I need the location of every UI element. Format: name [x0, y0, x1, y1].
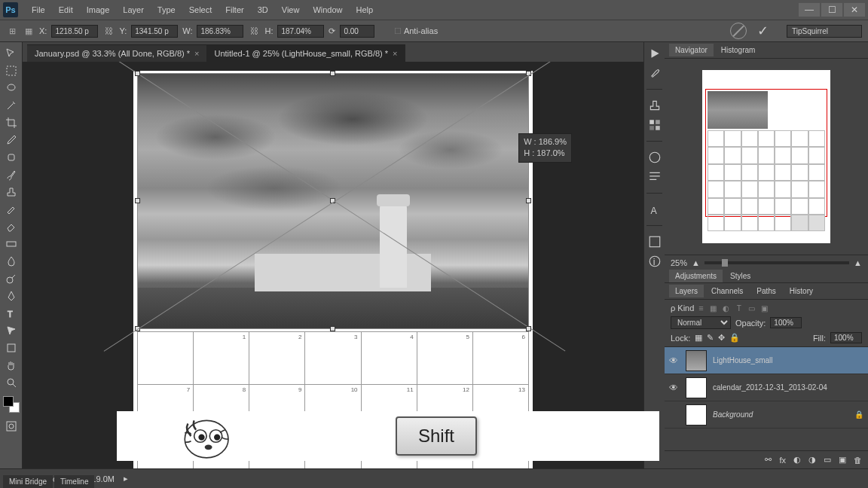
tab-layers[interactable]: Layers: [669, 285, 704, 297]
layer-thumbnail[interactable]: [686, 404, 707, 425]
menu-view[interactable]: View: [276, 2, 306, 17]
tab-adjustments[interactable]: Adjustments: [669, 270, 723, 282]
commit-transform-icon[interactable]: ✓: [757, 23, 769, 39]
new-layer-icon[interactable]: ▣: [839, 455, 846, 465]
menu-3d[interactable]: 3D: [252, 2, 274, 17]
visibility-icon[interactable]: 👁: [669, 383, 680, 393]
dodge-tool[interactable]: [2, 270, 21, 287]
swatches-icon[interactable]: [648, 118, 662, 132]
new-group-icon[interactable]: ▭: [824, 455, 831, 465]
canvas-viewport[interactable]: 1 2 3 4 5 6 7 8 9 10 11 12 13: [23, 62, 643, 468]
tab-timeline[interactable]: Timeline: [54, 475, 94, 488]
foreground-color[interactable]: [3, 396, 14, 407]
navigator-panel[interactable]: [665, 59, 868, 255]
w-input[interactable]: [197, 25, 243, 38]
brush-tool[interactable]: [2, 166, 21, 183]
layer-name[interactable]: calendar_2012-12-31_2013-02-04: [713, 383, 863, 392]
info-icon[interactable]: i: [648, 255, 662, 268]
eyedropper-tool[interactable]: [2, 132, 21, 148]
lock-all-icon[interactable]: 🔒: [729, 333, 740, 343]
layer-thumbnail[interactable]: [686, 377, 707, 398]
fill-input[interactable]: [830, 332, 862, 343]
history-brush-tool[interactable]: [2, 201, 21, 218]
link-xy-icon[interactable]: ⛓: [102, 25, 115, 37]
character-icon[interactable]: A: [648, 203, 662, 216]
clone-source-icon[interactable]: [648, 99, 662, 112]
tab-styles[interactable]: Styles: [724, 270, 756, 282]
new-fill-icon[interactable]: ◑: [808, 455, 816, 465]
tab-mini-bridge[interactable]: Mini Bridge: [3, 475, 53, 488]
color-icon[interactable]: [648, 151, 662, 164]
reference-point-icon[interactable]: ▦: [23, 25, 35, 37]
paragraph-icon[interactable]: [648, 170, 662, 184]
layer-fx-icon[interactable]: fx: [779, 456, 786, 465]
blur-tool[interactable]: [2, 253, 21, 270]
crop-tool[interactable]: [2, 114, 21, 131]
layer-name[interactable]: Background: [713, 410, 848, 419]
layer-name[interactable]: LightHouse_small: [713, 356, 863, 364]
status-arrow-icon[interactable]: ▸: [124, 474, 128, 483]
properties-icon[interactable]: [648, 235, 662, 249]
document-canvas[interactable]: 1 2 3 4 5 6 7 8 9 10 11 12 13: [133, 71, 533, 468]
lock-pixels-icon[interactable]: ✎: [707, 333, 714, 343]
layer-thumbnail[interactable]: [686, 350, 707, 371]
layer-filter-kind[interactable]: ρ Kind: [671, 303, 694, 313]
layer-item[interactable]: Background 🔒: [665, 401, 868, 429]
close-button[interactable]: ✕: [844, 3, 865, 17]
stamp-tool[interactable]: [2, 184, 21, 200]
x-input[interactable]: [51, 25, 98, 38]
menu-file[interactable]: File: [26, 2, 51, 17]
marquee-tool[interactable]: [2, 63, 21, 79]
cancel-transform-icon[interactable]: [730, 23, 747, 39]
layer-filter-icons[interactable]: ▦ ◐ T ▭ ▣: [708, 303, 770, 313]
filter-type-icon[interactable]: T: [734, 303, 744, 313]
menu-layer[interactable]: Layer: [117, 2, 150, 17]
y-input[interactable]: [131, 25, 178, 38]
lasso-tool[interactable]: [2, 80, 21, 96]
document-tab-1[interactable]: January.psd @ 33.3% (All Done, RGB/8) *×: [27, 44, 206, 62]
layer-item[interactable]: 👁 calendar_2012-12-31_2013-02-04: [665, 374, 868, 401]
gradient-tool[interactable]: [2, 236, 21, 252]
navigator-thumbnail[interactable]: [702, 70, 830, 243]
play-icon[interactable]: [648, 47, 662, 60]
menu-edit[interactable]: Edit: [53, 2, 79, 17]
lock-transparency-icon[interactable]: ▦: [695, 333, 702, 343]
color-swatches[interactable]: [3, 396, 20, 413]
angle-input[interactable]: [340, 25, 374, 38]
tab-history[interactable]: History: [784, 285, 819, 297]
path-tool[interactable]: [2, 322, 21, 339]
pen-tool[interactable]: [2, 288, 21, 304]
heal-tool[interactable]: [2, 149, 21, 166]
blend-mode-select[interactable]: Normal: [671, 316, 731, 329]
menu-window[interactable]: Window: [307, 2, 348, 17]
link-wh-icon[interactable]: ⛓: [248, 25, 260, 37]
help-search-input[interactable]: [787, 25, 862, 38]
hand-tool[interactable]: [2, 357, 21, 374]
type-tool[interactable]: T: [2, 305, 21, 322]
document-tab-2[interactable]: Untitled-1 @ 25% (LightHouse_small, RGB/…: [206, 44, 405, 62]
tab-paths[interactable]: Paths: [750, 285, 782, 297]
minimize-button[interactable]: —: [799, 3, 820, 17]
visibility-icon[interactable]: 👁: [669, 355, 680, 366]
navigator-zoom-slider[interactable]: [704, 261, 849, 264]
menu-help[interactable]: Help: [350, 2, 380, 17]
close-tab-icon[interactable]: ×: [393, 49, 397, 58]
tab-histogram[interactable]: Histogram: [715, 44, 762, 56]
menu-type[interactable]: Type: [151, 2, 182, 17]
shape-tool[interactable]: [2, 340, 21, 356]
eraser-tool[interactable]: [2, 218, 21, 235]
filter-shape-icon[interactable]: ▭: [747, 303, 757, 313]
filter-pixel-icon[interactable]: ▦: [708, 303, 719, 313]
opacity-input[interactable]: [770, 317, 802, 328]
maximize-button[interactable]: ☐: [821, 3, 842, 17]
h-input[interactable]: [277, 25, 324, 38]
zoom-tool[interactable]: [2, 374, 21, 391]
menu-select[interactable]: Select: [183, 2, 219, 17]
zoom-in-icon[interactable]: ▲: [854, 258, 862, 267]
delete-layer-icon[interactable]: 🗑: [854, 456, 862, 465]
zoom-out-icon[interactable]: ▲: [692, 258, 700, 267]
filter-smart-icon[interactable]: ▣: [760, 303, 770, 313]
tab-navigator[interactable]: Navigator: [669, 44, 714, 56]
layer-mask-icon[interactable]: ◐: [793, 455, 801, 465]
layer-item[interactable]: 👁 LightHouse_small: [665, 347, 868, 374]
